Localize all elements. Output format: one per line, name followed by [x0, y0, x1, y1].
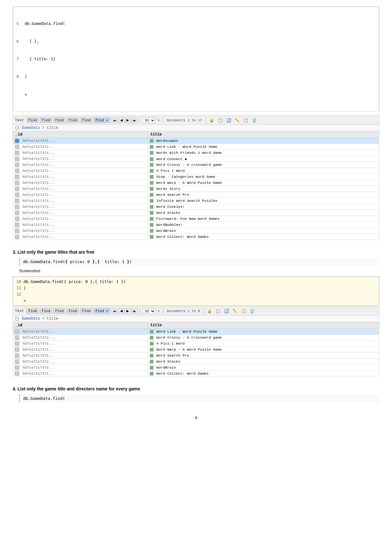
section-3: 3. List only the game titles that are fr… [13, 250, 379, 273]
bottom-row-title-cell: Word Collect: Word Games [148, 370, 379, 376]
bottom-edit-icon-btn[interactable]: ✏️ [232, 308, 239, 314]
bottom-nav-prev-btn[interactable]: ◀ [118, 308, 124, 314]
section-4-heading: 4. List only the game title and director… [13, 386, 379, 392]
code-text-7: { title: 1} [25, 56, 56, 62]
bottom-col-header-id: _id [13, 322, 148, 328]
bottom-row-id-cell: 5d7ca7217372... [13, 346, 148, 352]
nav-prev-btn[interactable]: ◀ [118, 117, 124, 123]
bottom-row-title-cell: Word Warp - A Word Puzzle Game [148, 346, 379, 352]
page-number: 4 [13, 415, 379, 420]
top-row-id-cell: 5d7ca7217372... [13, 228, 148, 234]
row-icon-small [15, 199, 19, 203]
bottom-row-id-cell: 5d7ca7217372... [13, 352, 148, 358]
top-row-title-cell: Wordscapes [148, 138, 379, 144]
row-icon-small [15, 181, 19, 185]
nav-first-btn[interactable]: ⏮ [111, 118, 118, 123]
copy-icon-btn[interactable]: 📋 [217, 117, 224, 123]
bottom-toolbar-text-label: Text [15, 309, 24, 313]
lock-icon-btn[interactable]: 🔒 [208, 117, 215, 123]
bottom-find-btn-3[interactable]: Find [53, 308, 66, 314]
bottom-find-btn-2[interactable]: Find [40, 308, 52, 314]
code-text-8: ) [25, 74, 27, 80]
bottom-lock-icon-btn[interactable]: 🔒 [206, 308, 213, 314]
bottom-query-display: 10 db.GameData.find({ price: 0 },{ title… [13, 277, 379, 306]
top-table-row: 5d7ca7217372... Word Link - Word Puzzle … [13, 144, 379, 150]
line-num-lt [16, 92, 23, 98]
refresh-icon-btn[interactable]: 🔄 [225, 117, 232, 123]
top-row-title-cell: Word Search Pro [148, 192, 379, 198]
paste-icon-btn[interactable]: 📋 [242, 117, 250, 123]
find-close-btn[interactable]: Find ✕ [93, 117, 110, 123]
top-row-title-cell: Infinite Word Search Puzzles [148, 198, 379, 204]
top-row-title-cell: Word Cookies! [148, 204, 379, 210]
row-icon-small [15, 163, 19, 167]
bottom-docs-count-label: Documents 1 to 8 [167, 309, 200, 313]
title-row-icon [150, 229, 154, 233]
bottom-find-btn-4[interactable]: Find [67, 308, 79, 314]
bottom-nav-last-btn[interactable]: ⏭ [131, 309, 138, 314]
section-3-title: List only the game titles that are free [18, 250, 95, 255]
bottom-breadcrumb-collection[interactable]: GameData [22, 316, 40, 321]
line-num-6: 6 [16, 39, 23, 45]
bottom-row-id-cell: 5d7ca7217372... [13, 370, 148, 376]
top-table-row: 5d7ca7217372... 4 Pics 1 Word [13, 168, 379, 174]
bottom-table-row: 5d7ca7217372... Word Stacks [13, 358, 379, 364]
bottom-row-icon [15, 341, 19, 346]
bottom-find-close-btn[interactable]: Find ✕ [93, 308, 110, 314]
count-select[interactable]: 50 [142, 117, 155, 123]
bottom-breadcrumb-field: title [47, 316, 58, 321]
title-row-icon [150, 169, 154, 173]
top-row-id-cell: 5d7ca7217372... [13, 144, 148, 150]
top-row-title-cell: Word Connect ◆ [148, 156, 379, 162]
bottom-separator-3 [203, 308, 204, 314]
nav-next-btn[interactable]: ▶ [125, 117, 130, 123]
nav-last-btn[interactable]: ⏭ [131, 118, 138, 123]
top-row-id-cell: 5d7ca7217372... [13, 192, 148, 198]
find-btn-4[interactable]: Find [67, 117, 79, 123]
find-btn-5[interactable]: Find [80, 117, 93, 123]
section-4-title: List only the game title and directors n… [18, 386, 140, 391]
bottom-copy-icon-btn[interactable]: 📋 [214, 308, 222, 314]
edit-icon-btn[interactable]: ✏️ [234, 117, 241, 123]
bottom-find-btn-5[interactable]: Find [80, 308, 93, 314]
bottom-results-table: _id title 5d7ca7217372... Word Link - Wo… [13, 322, 379, 377]
section-3-code: db.GameData.find({ price: 0 },{ title: 1… [19, 257, 379, 266]
bottom-refresh-icon-btn[interactable]: 🔄 [223, 308, 230, 314]
bottom-nav-next-btn[interactable]: ▶ [125, 308, 130, 314]
bottom-nav-first-btn[interactable]: ⏮ [111, 309, 118, 314]
bottom-find-btn-1[interactable]: Find [27, 308, 39, 314]
title-row-icon [150, 187, 154, 191]
top-row-id-cell: 5d7ca7217372... [13, 222, 148, 228]
delete-icon-btn[interactable]: 🗑️ [251, 117, 258, 123]
section-3-heading: 3. List only the game titles that are fr… [13, 250, 379, 255]
top-row-title-cell: Word Warp - A Word Puzzle Game [148, 180, 379, 186]
bottom-title-row-icon [150, 330, 154, 334]
line-num-7: 7 [16, 56, 23, 62]
find-btn-3[interactable]: Find [53, 117, 66, 123]
toolbar-text-label: Text [15, 118, 24, 123]
row-icon-small [15, 229, 19, 233]
title-row-icon [150, 211, 154, 215]
title-row-icon [150, 199, 154, 203]
row-icon-small [15, 217, 19, 221]
top-row-title-cell: 4 Pics 1 Word [148, 168, 379, 174]
bottom-delete-icon-btn[interactable]: 🗑️ [249, 308, 256, 314]
top-row-title-cell: Word Link - Word Puzzle Game [148, 144, 379, 150]
breadcrumb-collection[interactable]: GameData [22, 126, 40, 130]
bottom-row-id-cell: 5d7ca7217372... [13, 364, 148, 370]
top-row-title-cell: Words Story [148, 186, 379, 192]
docs-count-label: Documents 1 to 17 [167, 118, 202, 122]
bottom-paste-icon-btn[interactable]: 📋 [240, 308, 247, 314]
separator-2 [163, 117, 163, 123]
top-row-title-cell: Stop - Categories Word Game [148, 174, 379, 180]
code-line-6: 6 { }, [16, 39, 376, 45]
bottom-breadcrumb: {} GameData > title [13, 315, 379, 322]
top-table-row: 5d7ca7217372... Wordscapes [13, 138, 379, 144]
line-num-8: 8 [16, 74, 23, 80]
bottom-row-icon [15, 353, 19, 358]
find-btn-2[interactable]: Find [40, 117, 52, 123]
bottom-count-select[interactable]: 50 [142, 308, 155, 314]
find-btn-1[interactable]: Find [27, 117, 39, 123]
dropdown-arrow: ∨ [158, 118, 160, 122]
bottom-title-row-icon [150, 372, 154, 376]
